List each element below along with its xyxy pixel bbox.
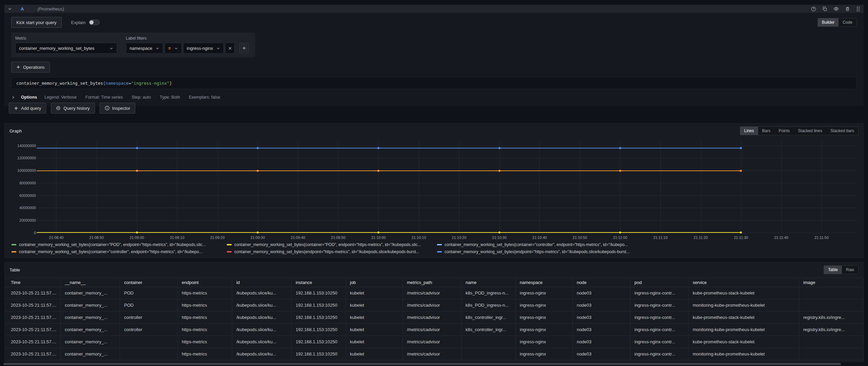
series-point[interactable] [136,170,138,172]
filter-value-select[interactable]: ingress-nginx [183,43,224,54]
x-axis-tick-label: 21:08:50 [89,236,104,240]
table-cell: monitoring-kube-prometheus-kubelet [689,324,799,336]
column-header-pod[interactable]: pod [630,278,689,287]
chevron-down-icon [110,46,113,50]
x-axis-tick-label: 21:10:40 [532,236,547,240]
table-cell: ingress-nginx-contr... [630,336,689,348]
metric-select[interactable]: container_memory_working_set_bytes [15,43,117,54]
time-series-plot[interactable]: 0200000004000000060000000800000001000000… [9,137,859,240]
series-point[interactable] [257,170,259,172]
remove-query-icon[interactable] [845,6,850,12]
legend-item[interactable]: container_memory_working_set_bytes{conta… [227,242,437,247]
horizontal-scrollbar[interactable] [3,363,841,365]
table-cell: container_memory_... [61,336,120,348]
series-point[interactable] [498,231,500,233]
series-point[interactable] [619,231,621,233]
inspector-button[interactable]: Inspector [100,103,135,114]
hide-response-icon[interactable] [833,6,839,12]
graph-style-option-bars[interactable]: Bars [758,127,775,135]
mode-option-builder[interactable]: Builder [818,18,839,26]
results-table: Time__name__containerendpointidinstancej… [5,278,863,360]
legend-item[interactable]: container_memory_working_set_bytes{conta… [12,249,227,254]
collapse-query-icon[interactable] [8,7,12,11]
chevron-down-icon [156,46,159,50]
explain-label: Explain [71,20,86,25]
column-header-namespace[interactable]: namespace [516,278,573,287]
series-line [37,148,741,148]
column-header-metrics-path[interactable]: metrics_path [403,278,461,287]
legend-item[interactable]: container_memory_working_set_bytes{endpo… [437,249,859,254]
gridline [419,141,419,233]
series-point[interactable] [498,170,500,172]
column-header-node[interactable]: node [573,278,630,287]
table-cell: node03 [573,311,630,324]
series-point[interactable] [740,147,742,149]
series-point[interactable] [377,147,379,149]
series-point[interactable] [257,231,259,233]
series-point[interactable] [740,170,742,172]
column-header-name[interactable]: name [461,278,516,287]
inspector-label: Inspector [112,106,130,111]
table-cell: monitoring-kube-prometheus-kubelet [689,299,799,311]
query-history-button[interactable]: Query history [51,103,95,114]
query-history-label: Query history [63,106,90,111]
expand-options-icon[interactable] [11,96,15,99]
column-header-service[interactable]: service [689,278,799,287]
table-cell: kubelet [346,348,403,360]
graph-style-option-points[interactable]: Points [774,127,794,135]
gridline [217,141,218,233]
table-cell: kubelet [346,311,403,324]
table-view-option-raw[interactable]: Raw [842,266,858,274]
graph-style-option-stacked-bars[interactable]: Stacked bars [826,127,858,135]
series-point[interactable] [257,147,259,149]
graph-style-option-stacked-lines[interactable]: Stacked lines [794,127,826,135]
column-header-endpoint[interactable]: endpoint [178,278,232,287]
table-cell: /kubepods.slice/ku... [232,299,292,311]
table-cell [799,348,863,360]
series-point[interactable] [619,170,621,172]
y-axis-tick-label: 120000000 [9,156,36,160]
series-point[interactable] [136,231,138,233]
duplicate-query-icon[interactable] [822,6,827,12]
table-cell: k8s_controller_ingr... [461,311,516,324]
kick-start-query-button[interactable]: Kick start your query [11,17,62,28]
mode-option-code[interactable]: Code [839,18,856,26]
legend-item[interactable]: container_memory_working_set_bytes{conta… [12,242,227,247]
filter-key-select[interactable]: namespace [126,43,163,54]
gridline [37,183,857,183]
add-operations-button[interactable]: Operations [11,62,50,73]
remove-filter-button[interactable] [225,43,235,54]
explain-toggle[interactable] [89,20,100,25]
table-cell: node03 [573,299,630,311]
drag-handle-icon[interactable] [856,6,860,12]
add-filter-button[interactable] [239,43,249,54]
legend-item[interactable]: container_memory_working_set_bytes{endpo… [227,249,437,254]
legend-swatch-icon [437,251,442,252]
query-options-row: Options Legend: VerboseFormat: Time seri… [11,93,857,101]
options-label[interactable]: Options [21,95,37,100]
table-cell: /kubepods.slice/ku... [232,336,292,348]
column-header-instance[interactable]: instance [292,278,346,287]
legend-swatch-icon [12,251,16,252]
column-header-image[interactable]: image [799,278,863,287]
series-point[interactable] [377,170,379,172]
column-header-name[interactable]: __name__ [61,278,120,287]
table-cell: controller [120,311,178,324]
series-point[interactable] [498,147,500,149]
table-view-option-table[interactable]: Table [824,266,842,274]
add-query-button[interactable]: Add query [9,103,46,114]
help-icon[interactable] [811,6,816,12]
series-point[interactable] [619,147,621,149]
table-cell: 2023-10-25 21:11:57.... [5,287,61,299]
legend-item[interactable]: container_memory_working_set_bytes{conta… [437,242,859,247]
column-header-id[interactable]: id [232,278,292,287]
filter-operator-select[interactable]: = [164,43,182,54]
graph-style-option-lines[interactable]: Lines [740,127,758,135]
column-header-Time[interactable]: Time [5,278,61,287]
column-header-container[interactable]: container [120,278,178,287]
gridline [37,208,857,208]
series-point[interactable] [136,147,138,149]
table-cell: ingress-nginx [516,299,573,311]
metric-label: Metric [15,36,117,41]
column-header-job[interactable]: job [346,278,403,287]
